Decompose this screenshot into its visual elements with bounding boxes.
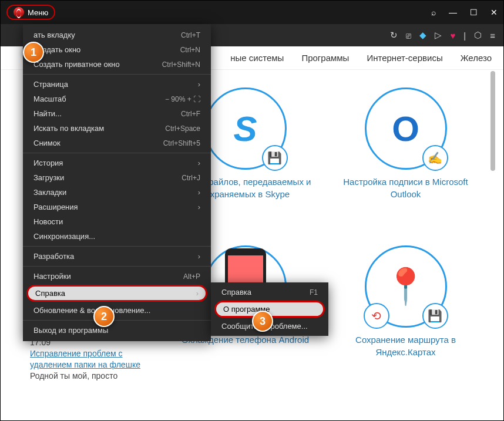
outlook-icon: O✍ — [365, 87, 447, 170]
menu-item[interactable]: Расширения› — [23, 200, 211, 214]
settings-icon[interactable]: ≡ — [490, 31, 495, 41]
route-icon: ⟲ — [364, 303, 389, 329]
comment-link[interactable]: Исправление проблем с — [30, 349, 165, 358]
menu-item[interactable]: ать вкладкуCtrl+T — [23, 28, 211, 42]
save-icon: 💾 — [422, 303, 448, 329]
menu-item[interactable]: Справка› — [26, 285, 207, 302]
main-menu-button[interactable]: Меню — [6, 5, 55, 20]
minimize-button[interactable]: — — [449, 8, 457, 17]
menu-item[interactable]: СнимокCtrl+Shift+5 — [23, 136, 211, 150]
menu-item[interactable]: Масштаб− 90% + ⛶ — [23, 92, 211, 106]
opera-icon — [14, 7, 24, 18]
annotation-marker-1: 1 — [23, 42, 44, 63]
menu-item[interactable]: СправкаF1 — [211, 285, 328, 299]
sign-icon: ✍ — [422, 145, 448, 171]
articles-grid: S💾 Поиск файлов, передаваемых и сохраняе… — [165, 70, 486, 409]
window-controls: ⌕ — ☐ ✕ — [431, 8, 498, 17]
menu-item[interactable]: ЗагрузкиCtrl+J — [23, 170, 211, 185]
cube-icon[interactable]: ⬡ — [474, 30, 482, 41]
article-card[interactable]: O✍ Настройка подписи в Microsoft Outlook — [337, 87, 474, 234]
skype-icon: S💾 — [204, 87, 287, 170]
menu-item[interactable]: Найти...Ctrl+F — [23, 106, 211, 121]
nav-item[interactable]: Железо — [461, 53, 492, 63]
maximize-button[interactable]: ☐ — [470, 8, 478, 17]
menu-item[interactable]: Страница› — [23, 77, 211, 92]
comment-text: Родной ты мой, просто — [30, 371, 165, 380]
send-icon[interactable]: ▷ — [435, 30, 442, 41]
close-button[interactable]: ✕ — [490, 8, 498, 17]
menu-item[interactable]: Новости — [23, 214, 211, 229]
maps-icon: 📍⟲💾 — [365, 245, 447, 328]
menu-label: Меню — [28, 8, 48, 17]
menu-item[interactable]: НастройкиAlt+P — [23, 269, 211, 284]
menu-item[interactable]: Закладки› — [23, 185, 211, 200]
article-title: Настройка подписи в Microsoft Outlook — [337, 176, 474, 200]
main-menu: ать вкладкуCtrl+TСоздать окноCtrl+NСозда… — [23, 24, 211, 341]
nav-item[interactable]: Интернет-сервисы — [367, 53, 442, 63]
menu-item[interactable]: Синхронизация... — [23, 229, 211, 244]
nav-item[interactable]: Программы — [301, 53, 349, 63]
titlebar: Меню ⌕ — ☐ ✕ — [1, 1, 503, 24]
scrollbar[interactable] — [490, 71, 495, 171]
comment-link[interactable]: удалением папки на флешке — [30, 360, 165, 369]
menu-item[interactable]: Создать окноCtrl+N — [23, 42, 211, 57]
menu-item[interactable]: Создать приватное окноCtrl+Shift+N — [23, 57, 211, 72]
annotation-marker-2: 2 — [93, 306, 115, 327]
menu-item[interactable]: Искать по вкладкамCtrl+Space — [23, 121, 211, 136]
heart-icon[interactable]: ♥ — [450, 31, 455, 41]
article-card[interactable]: 📍⟲💾 Сохранение маршрута в Яндекс.Картах — [337, 245, 474, 392]
save-icon: 💾 — [262, 145, 288, 171]
menu-item[interactable]: Выход из программы — [23, 323, 211, 338]
sync-icon[interactable]: ↻ — [390, 30, 398, 41]
annotation-marker-3: 3 — [252, 311, 273, 332]
menu-item[interactable]: История› — [23, 156, 211, 170]
shield-icon[interactable]: ◆ — [419, 30, 426, 41]
menu-item[interactable]: Обновление & восстановление... — [23, 303, 211, 318]
search-icon[interactable]: ⌕ — [431, 8, 436, 17]
separator: | — [463, 31, 466, 41]
menu-item[interactable]: Разработка› — [23, 249, 211, 264]
nav-item[interactable]: ные системы — [230, 53, 284, 63]
camera-icon[interactable]: ⎚ — [406, 31, 411, 41]
article-title: Сохранение маршрута в Яндекс.Картах — [337, 334, 474, 358]
